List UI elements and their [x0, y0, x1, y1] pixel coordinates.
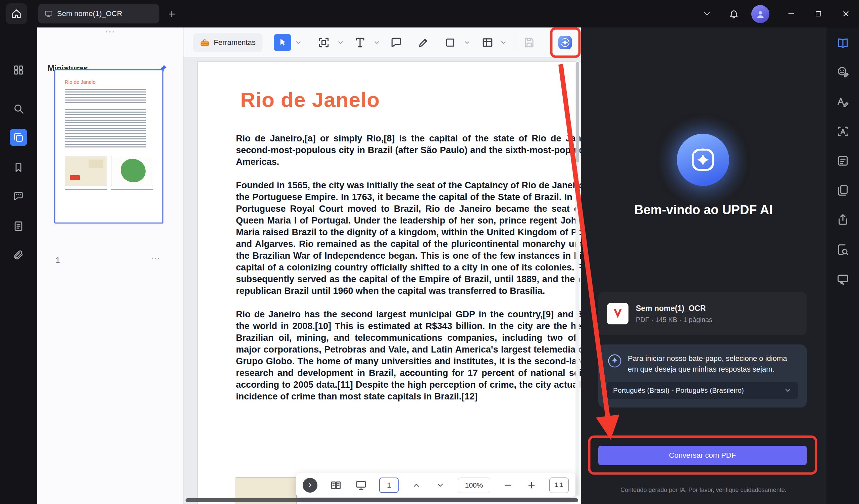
- page-navigation-bar: 1 100% 1:1: [296, 473, 575, 497]
- updf-app: Sem nome(1)_OCR: [0, 0, 859, 504]
- sticker-comment-button[interactable]: [835, 64, 851, 80]
- minimize-button[interactable]: [783, 6, 799, 22]
- sidebar-item-notes[interactable]: [10, 218, 27, 235]
- sidebar-item-bookmarks[interactable]: [10, 159, 27, 176]
- document-tab[interactable]: Sem nome(1)_OCR: [38, 4, 159, 23]
- select-tool-dropdown[interactable]: [293, 37, 303, 48]
- search-document-button[interactable]: [835, 241, 851, 258]
- table-tool-icon: [481, 36, 494, 49]
- horizontal-scrollbar-thumb[interactable]: [185, 498, 578, 502]
- ai-file-card[interactable]: Sem nome(1)_OCR PDF · 145 KB · 1 páginas: [598, 292, 807, 335]
- zoom-in-icon: [527, 481, 536, 490]
- document-viewport: Rio de Janelo Rio de Janeiro,[a] or simp…: [183, 57, 581, 504]
- vertical-scrollbar-thumb[interactable]: [576, 62, 579, 162]
- sidebar-item-attachments[interactable]: [10, 247, 27, 264]
- next-page-button[interactable]: [434, 479, 446, 491]
- shape-tool-button[interactable]: [443, 35, 458, 50]
- attachment-icon: [13, 250, 24, 262]
- ocr-button[interactable]: [835, 123, 851, 139]
- actual-size-button[interactable]: 1:1: [549, 477, 569, 493]
- thumb-map-brazil: [111, 156, 153, 186]
- page-thumbnail[interactable]: Rio de Janelo: [54, 69, 163, 223]
- ai-language-select[interactable]: Português (Brasil) - Português (Brasilei…: [607, 382, 798, 399]
- avatar[interactable]: [751, 5, 769, 23]
- notes-icon: [13, 221, 24, 232]
- notifications-button[interactable]: [726, 6, 742, 22]
- document-paragraph: Rio de Janeiro has the second largest mu…: [236, 309, 581, 403]
- screen-share-button[interactable]: [835, 271, 851, 287]
- home-button[interactable]: [6, 3, 27, 24]
- tools-menu-label: Ferramentas: [214, 38, 256, 47]
- ai-assistant-button[interactable]: [557, 34, 573, 51]
- select-tool-button[interactable]: [274, 34, 291, 51]
- previous-page-button[interactable]: [410, 479, 422, 491]
- updf-ai-logo: [677, 134, 729, 186]
- new-tab-button[interactable]: [165, 7, 179, 21]
- fill-form-button[interactable]: [835, 153, 851, 169]
- zoom-in-button[interactable]: [526, 479, 538, 491]
- sidebar-item-comments[interactable]: [10, 187, 27, 205]
- page-layout-button[interactable]: [329, 478, 343, 492]
- expand-panel-button[interactable]: [303, 478, 317, 493]
- ai-assistant-panel: Bem-vindo ao UPDF AI Sem nome(1)_OCR PDF…: [581, 28, 826, 504]
- collapse-toolbar-button[interactable]: [699, 6, 715, 22]
- ai-sparkle-icon: [687, 144, 719, 176]
- export-button[interactable]: [835, 211, 851, 227]
- ai-message-bubble: Para iniciar nosso bate-papo, selecione …: [598, 345, 807, 408]
- thumb-page-number: 1: [56, 256, 60, 265]
- pdf-page[interactable]: Rio de Janelo Rio de Janeiro,[a] or simp…: [197, 61, 581, 504]
- pen-tool-button[interactable]: [416, 35, 431, 50]
- thumb-map-caption: [111, 189, 153, 191]
- apps-grid-icon: [12, 64, 25, 76]
- ai-file-name: Sem nome(1)_OCR: [636, 304, 712, 313]
- page-number-input[interactable]: 1: [379, 477, 398, 493]
- bookmark-icon: [13, 162, 24, 173]
- tools-menu-button[interactable]: Ferramentas: [193, 33, 262, 52]
- sidebar-item-apps[interactable]: [10, 61, 27, 79]
- tab-title: Sem nome(1)_OCR: [57, 10, 122, 18]
- text-tool-button[interactable]: [353, 35, 367, 50]
- zoom-out-icon: [503, 481, 512, 490]
- screen-share-icon: [837, 273, 849, 286]
- presentation-mode-button[interactable]: [355, 478, 368, 492]
- comment-tool-button[interactable]: [389, 35, 404, 50]
- reader-mode-button[interactable]: [835, 35, 851, 51]
- thumb-maps-row: [65, 156, 153, 186]
- bell-icon: [729, 9, 739, 19]
- vertical-scrollbar-track[interactable]: [575, 60, 579, 495]
- left-icon-rail: [0, 28, 37, 504]
- table-tool-dropdown[interactable]: [498, 37, 508, 48]
- thumb-more-button[interactable]: ⋯: [148, 251, 163, 265]
- booklet-button[interactable]: [835, 182, 851, 199]
- presentation-icon: [355, 479, 367, 491]
- booklet-icon: [837, 184, 849, 197]
- document-paragraph: Rio de Janeiro,[a] or simply Rio,[8] is …: [236, 133, 581, 168]
- organize-pages-dropdown[interactable]: [335, 37, 346, 48]
- frame-tool-icon: [317, 36, 330, 49]
- text-tool-dropdown[interactable]: [372, 37, 382, 48]
- sidebar-item-search[interactable]: [10, 100, 27, 117]
- thumb-doc-title: Rio de Janelo: [65, 79, 153, 85]
- thumbnails-icon: [13, 132, 24, 143]
- translate-button[interactable]: [835, 94, 851, 110]
- shape-tool-dropdown[interactable]: [462, 37, 472, 48]
- zoom-level-select[interactable]: 100%: [458, 477, 490, 493]
- zoom-out-button[interactable]: [502, 479, 514, 491]
- toolbar-divider: [515, 33, 515, 51]
- thumb-map-rio-state: [65, 156, 107, 186]
- save-button[interactable]: [522, 35, 537, 50]
- ai-message-text: Para iniciar nosso bate-papo, selecione …: [628, 353, 798, 375]
- save-icon: [523, 36, 536, 49]
- ai-language-value: Português (Brasil) - Português (Brasilei…: [613, 387, 744, 394]
- form-icon: [837, 155, 849, 167]
- organize-pages-tool-button[interactable]: [316, 35, 331, 50]
- close-button[interactable]: [838, 6, 854, 22]
- document-title: Rio de Janelo: [240, 88, 380, 112]
- chevron-up-icon: [412, 481, 421, 490]
- home-icon: [11, 8, 22, 19]
- sidebar-item-thumbnails[interactable]: [10, 129, 27, 146]
- maximize-button[interactable]: [810, 6, 827, 22]
- chat-with-pdf-button[interactable]: Conversar com PDF: [598, 446, 807, 465]
- table-tool-button[interactable]: [480, 35, 495, 50]
- ai-avatar-icon: [607, 353, 622, 368]
